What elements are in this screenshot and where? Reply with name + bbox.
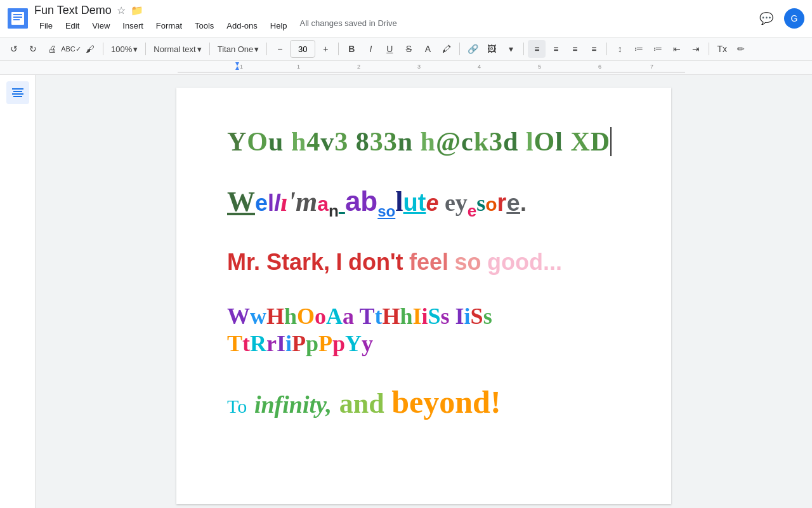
italic-button[interactable]: I bbox=[362, 40, 379, 58]
zoom-dropdown[interactable]: 100% ▾ bbox=[107, 40, 141, 58]
font-size-box[interactable]: 30 bbox=[290, 40, 315, 58]
svg-text:1: 1 bbox=[297, 64, 300, 70]
toolbar: ↺ ↻ 🖨 ABC✓ 🖌 100% ▾ Normal text ▾ Titan … bbox=[0, 37, 812, 61]
font-size-decrease[interactable]: − bbox=[271, 40, 289, 58]
strikethrough-button[interactable]: S bbox=[400, 40, 417, 58]
menu-edit[interactable]: Edit bbox=[60, 18, 84, 33]
underline-button[interactable]: U bbox=[381, 40, 398, 58]
menu-view[interactable]: View bbox=[87, 18, 115, 33]
zoom-chevron: ▾ bbox=[133, 44, 138, 54]
align-right-button[interactable]: ≡ bbox=[566, 40, 584, 58]
document-page: YOu h4v3 833n h@ck3d lOl XD​ Wellı'man a… bbox=[176, 88, 671, 504]
separator-3 bbox=[209, 43, 210, 55]
image-button[interactable]: 🖼 bbox=[483, 40, 501, 58]
sidebar bbox=[0, 75, 36, 508]
save-status: All changes saved in Drive bbox=[300, 18, 397, 33]
menu-format[interactable]: Format bbox=[151, 18, 187, 33]
font-size-increase[interactable]: + bbox=[317, 40, 334, 58]
doc-area[interactable]: YOu h4v3 833n h@ck3d lOl XD​ Wellı'man a… bbox=[36, 75, 812, 508]
svg-rect-4 bbox=[13, 19, 20, 20]
svg-text:3: 3 bbox=[417, 64, 421, 70]
text-line-1: YOu h4v3 833n h@ck3d lOl XD​ bbox=[227, 126, 620, 157]
outline-button[interactable] bbox=[6, 81, 29, 104]
user-avatar[interactable]: G bbox=[784, 8, 804, 29]
bold-button[interactable]: B bbox=[343, 40, 360, 58]
menu-addons[interactable]: Add-ons bbox=[221, 18, 262, 33]
separator-9 bbox=[709, 43, 709, 55]
text-line-5: To infinity, and beyond! bbox=[227, 383, 620, 421]
svg-text:7: 7 bbox=[650, 64, 653, 70]
spellcheck-button[interactable]: ABC✓ bbox=[62, 40, 80, 58]
text-color-button[interactable]: A bbox=[419, 40, 436, 58]
paintformat-button[interactable]: 🖌 bbox=[81, 40, 99, 58]
svg-rect-17 bbox=[12, 88, 23, 90]
star-icon[interactable]: ☆ bbox=[117, 4, 126, 17]
separator-1 bbox=[103, 43, 103, 55]
svg-text:4: 4 bbox=[478, 64, 481, 70]
align-center-button[interactable]: ≡ bbox=[547, 40, 565, 58]
line-spacing-button[interactable]: ↕ bbox=[611, 40, 629, 58]
separator-8 bbox=[606, 43, 607, 55]
title-area: Fun Text Demo ☆ 📁 File Edit View Insert … bbox=[34, 4, 749, 33]
indent-increase-button[interactable]: ⇥ bbox=[687, 40, 705, 58]
ruler: -1 1 2 3 4 5 6 7 bbox=[0, 61, 812, 75]
unordered-list-button[interactable]: ≔ bbox=[649, 40, 667, 58]
link-button[interactable]: 🔗 bbox=[464, 40, 481, 58]
separator-4 bbox=[266, 43, 267, 55]
text-line-2: Wellı'man absolute eyesore. bbox=[227, 183, 620, 222]
svg-rect-2 bbox=[13, 14, 22, 15]
print-button[interactable]: 🖨 bbox=[43, 40, 61, 58]
text-line-4: WwHhOoAa TtHhIiSs IiSs TtRrIiPpPpYy bbox=[227, 303, 620, 358]
menu-tools[interactable]: Tools bbox=[190, 18, 219, 33]
zoom-level: 100% bbox=[111, 44, 132, 54]
doc-title[interactable]: Fun Text Demo bbox=[34, 4, 112, 17]
svg-rect-19 bbox=[12, 93, 23, 95]
menu-help[interactable]: Help bbox=[265, 18, 292, 33]
font-chevron: ▾ bbox=[254, 44, 259, 54]
separator-5 bbox=[338, 43, 339, 55]
more-image-button[interactable]: ▾ bbox=[502, 40, 520, 58]
svg-text:6: 6 bbox=[598, 64, 601, 70]
clear-formatting-button[interactable]: Tx bbox=[713, 40, 731, 58]
align-left-button[interactable]: ≡ bbox=[528, 40, 546, 58]
svg-rect-18 bbox=[13, 91, 22, 92]
paragraph-style-label: Normal text bbox=[154, 44, 195, 54]
menu-insert[interactable]: Insert bbox=[117, 18, 148, 33]
app-icon bbox=[8, 8, 28, 29]
separator-2 bbox=[145, 43, 146, 55]
content-area: YOu h4v3 833n h@ck3d lOl XD​ Wellı'man a… bbox=[0, 75, 812, 508]
svg-text:5: 5 bbox=[538, 64, 541, 70]
redo-button[interactable]: ↻ bbox=[24, 40, 42, 58]
highlight-button[interactable]: 🖍 bbox=[438, 40, 455, 58]
paragraph-chevron: ▾ bbox=[197, 44, 202, 54]
text-line-3: Mr. Stark, I don't feel so good... bbox=[227, 248, 620, 277]
font-name-label: Titan One bbox=[218, 44, 254, 54]
separator-7 bbox=[523, 43, 524, 55]
indent-decrease-button[interactable]: ⇤ bbox=[668, 40, 686, 58]
svg-rect-3 bbox=[13, 17, 22, 18]
menu-file[interactable]: File bbox=[34, 18, 58, 33]
top-bar: Fun Text Demo ☆ 📁 File Edit View Insert … bbox=[0, 0, 812, 37]
undo-button[interactable]: ↺ bbox=[5, 40, 23, 58]
svg-text:2: 2 bbox=[357, 64, 360, 70]
folder-icon[interactable]: 📁 bbox=[131, 4, 143, 17]
font-name-dropdown[interactable]: Titan One ▾ bbox=[214, 40, 263, 58]
ordered-list-button[interactable]: ≔ bbox=[630, 40, 648, 58]
menu-bar: File Edit View Insert Format Tools Add-o… bbox=[34, 18, 749, 33]
svg-rect-20 bbox=[13, 96, 22, 97]
paragraph-style-dropdown[interactable]: Normal text ▾ bbox=[150, 40, 205, 58]
top-right-icons: 💬 G bbox=[755, 7, 804, 30]
separator-6 bbox=[459, 43, 460, 55]
comments-icon[interactable]: 💬 bbox=[755, 7, 778, 30]
more-tools-button[interactable]: ✏ bbox=[732, 40, 750, 58]
align-justify-button[interactable]: ≡ bbox=[585, 40, 603, 58]
